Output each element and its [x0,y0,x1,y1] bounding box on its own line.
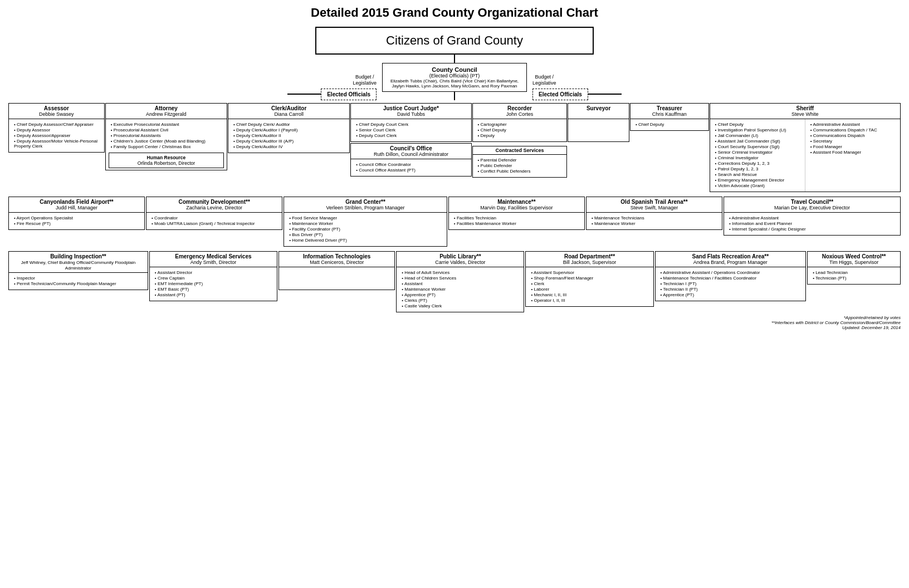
recorder-contracted-col: Recorder John Cortes Cartographer Chief … [472,103,568,178]
road-item-6: Operator I, II, III [531,298,648,303]
surveyor-header: Surveyor [568,104,629,119]
old-spanish-header: Old Spanish Trail Arena** Steve Swift, M… [587,197,722,213]
canyonlands-item-2: Fire Rescue (PT) [14,221,139,226]
noxious-weed-list: Lead Technician Technician (PT) [810,269,897,282]
treasurer-body: Chief Deputy [631,119,708,130]
contracted-item-1: Parental Defender [478,158,562,163]
sand-flats-item-1: Administrative Assistant / Operations Co… [661,270,801,275]
dept-clerk: Clerk/Auditor Diana Carroll Chief Deputy… [228,103,350,153]
county-council-box: County Council (Elected Officials) (PT) … [382,63,527,92]
road-body: Assistant Supervisor Shop Foreman/Fleet … [526,267,653,306]
noxious-weed-item-2: Technician (PT) [813,276,895,281]
maintenance-body: Facilities Technician Facilities Mainten… [449,213,584,229]
old-spanish-item-1: Maintenance Technicians [592,215,717,220]
dept-maintenance: Maintenance** Marvin Day, Facilities Sup… [448,197,585,230]
sheriff-name: Steve White [791,111,819,117]
treasurer-name: Chris Kauffman [652,111,687,117]
dept-sheriff: Sheriff Steve White Chief Deputy Investi… [710,103,901,192]
row1: Assessor Debbie Swasey Chief Deputy Asse… [8,103,901,192]
sheriff-item-8: Corrections Deputy 1, 2, 3 [715,161,800,166]
maintenance-list: Facilities Technician Facilities Mainten… [452,214,581,228]
county-council-subtitle: (Elected Officials) (PT) [388,73,521,79]
councils-office-admin: Ruth Dillon, Council Administrator [374,151,448,157]
sheriff-right-2: Communications Dispatch / TAC [810,128,895,133]
building-list: Inspector Permit Technician/Community Fl… [12,275,145,288]
canyonlands-header: Canyonlands Field Airport** Judd Hill, M… [9,197,144,213]
assessor-name: Debbie Swasey [39,111,74,117]
sheriff-item-3: Jail Commander (Lt) [715,133,800,138]
travel-council-list: Administrative Assistant Information and… [727,214,897,233]
community-dev-body: Coordinator Moab UMTRA Liaison (Grant) /… [146,213,282,229]
sheriff-right-1: Administrative Assistant [810,122,895,127]
sheriff-right-4: Secretary [810,139,895,144]
clerk-item-4: Deputy Clerk/Auditor III (A/P) [233,139,344,144]
dept-justice: Justice Court Judge* David Tubbs Chief D… [350,103,471,142]
recorder-header: Recorder John Cortes [473,104,567,119]
recorder-body: Cartographer Chief Deputy Deputy [473,119,567,141]
grand-center-item-3: Facility Coordinator (PT) [289,227,442,232]
travel-council-body: Administrative Assistant Information and… [724,213,900,235]
maintenance-header: Maintenance** Marvin Day, Facilities Sup… [449,197,584,213]
justice-header: Justice Court Judge* David Tubbs [351,104,471,119]
h-line-right [588,94,622,95]
sheriff-right-5: Food Manager [810,144,895,149]
human-resource-box: Human Resource Orlinda Robertson, Direct… [109,153,224,168]
maintenance-item-2: Facilities Maintenance Worker [454,221,579,226]
budget-legislative-left: Budget /Legislative [353,74,377,86]
sheriff-item-12: Victim Advocate (Grant) [715,183,800,188]
ems-list: Assistant Director Crew Captain EMT Inte… [153,269,274,299]
road-header: Road Department** Bill Jackson, Supervis… [526,252,653,267]
library-item-5: Apprentice (PT) [402,292,519,297]
info-tech-header: Information Technologies Matt Ceniceros,… [279,252,394,267]
row2: Canyonlands Field Airport** Judd Hill, M… [8,197,901,247]
road-item-4: Laborer [531,287,648,292]
library-item-1: Head of Adult Services [402,270,519,275]
assessor-header: Assessor Debbie Swasey [9,104,104,119]
recorder-list: Cartographer Chief Deputy Deputy [476,121,564,140]
dept-surveyor: Surveyor [568,103,629,142]
library-header: Public Library** Carrie Valdes, Director [397,252,524,267]
grand-center-title: Grand Center** [345,199,385,205]
ems-item-3: EMT Intermediate (PT) [155,281,272,286]
building-title: Building Inspection** [50,253,106,259]
attorney-body: Executive Prosecutorial Assistant Prosec… [106,119,227,170]
contracted-item-3: Conflict Public Defenders [478,169,562,174]
hr-title: Human Resource [146,155,185,160]
community-dev-item-2: Moab UMTRA Liaison (Grant) / Technical I… [152,221,277,226]
ems-item-2: Crew Captain [155,276,272,281]
building-body: Inspector Permit Technician/Community Fl… [9,273,148,290]
councils-office-box: Council's Office Ruth Dillon, Council Ad… [350,143,471,177]
building-header: Building Inspection** Jeff Whitney, Chie… [9,252,148,273]
treasurer-header: Treasurer Chris Kauffman [631,104,708,119]
dept-treasurer: Treasurer Chris Kauffman Chief Deputy [630,103,709,131]
travel-council-header: Travel Council** Marian De Lay, Executiv… [724,197,900,213]
clerk-item-3: Deputy Clerk/Auditor II [233,133,344,138]
canyonlands-title: Canyonlands Field Airport** [40,199,113,205]
treasurer-item-1: Chief Deputy [636,122,703,127]
dept-noxious-weed: Noxious Weed Control** Tim Higgs, Superv… [807,251,901,285]
attorney-list: Executive Prosecutorial Assistant Prosec… [109,121,224,151]
clerk-body: Chief Deputy Clerk/ Auditor Deputy Clerk… [228,119,349,153]
ems-header: Emergency Medical Services Andy Smith, D… [150,252,277,267]
noxious-weed-title: Noxious Weed Control** [822,253,886,259]
community-dev-item-1: Coordinator [152,215,277,220]
right-elected-side: Budget /Legislative Elected Officials [527,63,627,100]
travel-council-item-2: Information and Event Planner [729,221,895,226]
surveyor-body [568,119,629,141]
attorney-item-4: Children's Justice Center (Moab and Blan… [111,139,222,144]
road-item-1: Assistant Supervisor [531,270,648,275]
travel-council-title: Travel Council** [791,199,833,205]
councils-office-body: Council Office Coordinator Council Offic… [351,159,471,176]
sand-flats-name: Andrea Brand, Program Manager [693,259,768,265]
justice-item-1: Chief Deputy Court Clerk [356,122,466,127]
contracted-list: Parental Defender Public Defender Confli… [476,156,564,175]
old-spanish-title: Old Spanish Trail Arena** [620,199,687,205]
sheriff-item-10: Search and Rescue [715,172,800,177]
grand-center-name: Verleen Striblen, Program Manager [326,205,404,210]
sheriff-item-9: Patrol Deputy 1, 2, 3 [715,166,800,171]
grand-center-item-4: Bus Driver (PT) [289,232,442,237]
sheriff-item-4: Assistant Jail Commander (Sgt) [715,139,800,144]
canyonlands-list: Airport Operations Specialist Fire Rescu… [12,214,141,228]
dept-assessor: Assessor Debbie Swasey Chief Deputy Asse… [8,103,105,153]
old-spanish-name: Steve Swift, Manager [631,205,678,210]
